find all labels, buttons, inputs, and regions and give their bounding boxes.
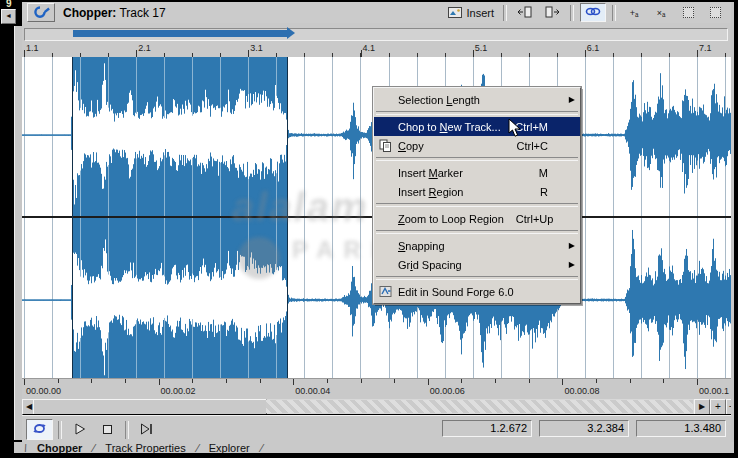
menu-separator [376,276,578,280]
submenu-arrow-icon: ▶ [569,260,575,269]
loop-bar-arrowhead-icon [287,27,295,39]
time-tick [562,379,563,385]
ruler-label: 2.1 [138,43,151,53]
ruler-major-tick [248,50,249,57]
scrollbar-thumb[interactable] [33,399,267,414]
menu-item-insert-marker[interactable]: Insert MarkerM [374,163,580,182]
link-arrow-to-selection-button[interactable] [580,3,606,22]
time-tick [24,379,25,385]
menu-item-shortcut: Ctrl+Up [504,213,572,225]
ruler-label: 3.1 [250,43,263,53]
menu-item-label: Chop to New Track... [398,121,501,133]
menu-item-selection-length[interactable]: Selection Length▶ [374,90,580,109]
menu-separator [376,203,578,207]
scrollbar-track-hatch[interactable] [266,400,693,413]
skip-to-end-button[interactable] [134,420,159,439]
toolbar-separator [570,5,574,21]
ruler-major-tick [361,50,362,57]
selection-preset-1-button[interactable] [676,4,700,21]
tab-chopper[interactable]: Chopper [37,442,82,453]
toolbar-separator [612,5,616,21]
time-ruler[interactable]: 00.00.0000.00.0200.00.0400.00.0600.00.08… [22,378,731,399]
zoom-in-time-button[interactable]: + [710,399,726,414]
menu-item-insert-region[interactable]: Insert RegionR [374,182,580,201]
menu-item-zoom-to-loop-region[interactable]: Zoom to Loop RegionCtrl+Up [374,209,580,228]
toolbar-separator [503,5,507,21]
ruler-major-tick [697,50,698,57]
ruler-major-tick [473,50,474,57]
menu-item-label: Edit in Sound Forge 6.0 [398,286,514,298]
double-selection-icon: ×ₐ [657,8,666,18]
play-button[interactable] [67,420,92,439]
ruler-major-tick [24,50,25,57]
loop-playback-button[interactable] [26,419,53,440]
ruler-label: 1.1 [26,43,39,53]
transport-bar: 1.2.6723.2.3841.3.480 [22,415,731,444]
time-tick [58,379,59,383]
time-tick [697,379,698,385]
loop-playback-icon [31,421,48,439]
tab-divider: / [90,442,97,453]
tab-divider: \ [22,442,29,453]
selection-start-value: 1.2.672 [442,420,532,437]
zoom-out-time-button[interactable]: − [726,399,731,414]
halve-selection-button[interactable]: +ₐ [622,4,646,21]
tab-track-properties[interactable]: Track Properties [105,442,185,453]
double-selection-button[interactable]: ×ₐ [649,4,673,21]
time-tick [394,379,395,383]
link-arrow-to-selection-icon [585,6,601,19]
submenu-arrow-icon: ▶ [569,241,575,250]
window-right-edge [731,2,734,452]
menu-item-grid-spacing[interactable]: Grid Spacing▶ [374,255,580,274]
skip-to-end-icon [140,421,153,439]
chopper-titlebar: Chopper: Track 17 Insert +ₐ×ₐ [22,2,731,24]
ruler-label: 5.1 [475,43,488,53]
time-tick [596,379,597,383]
menu-item-chop-to-new-track[interactable]: Chop to New Track...Ctrl+M [374,117,580,136]
shift-selection-left-button[interactable] [513,4,537,21]
menu-item-edit-in-sound-forge-6-0[interactable]: Edit in Sound Forge 6.0 [374,282,580,301]
loop-bar-track[interactable] [24,28,728,41]
menu-item-shortcut: R [528,186,566,198]
time-label: 00.00.02 [161,386,196,396]
shift-selection-right-button[interactable] [540,4,564,21]
ruler-label: 4.1 [363,43,376,53]
menu-item-label: Insert Region [398,186,463,198]
menu-item-label: Selection Length [398,94,480,106]
menu-item-snapping[interactable]: Snapping▶ [374,236,580,255]
measures-ruler[interactable]: 1.12.13.14.15.16.17.1 [22,42,731,58]
window-title-track: Track 17 [119,6,165,20]
halve-selection-icon: +ₐ [630,8,639,18]
loop-region-bar[interactable] [73,30,288,37]
chopper-context-menu: Selection Length▶Chop to New Track...Ctr… [373,87,581,304]
menu-item-label: Copy [398,140,424,152]
tab-explorer[interactable]: Explorer [209,442,250,453]
submenu-arrow-icon: ▶ [569,95,575,104]
sonic-foundry-swirl-icon [27,3,55,22]
toolbar-buttons: +ₐ×ₐ [513,3,727,22]
scroll-right-button[interactable]: ▶ [694,399,710,414]
sound-forge-icon [379,285,392,300]
time-label: 00.00.08 [564,386,599,396]
selection-status-boxes: 1.2.6723.2.3841.3.480 [442,420,726,437]
time-label: 00.00.1 [699,386,729,396]
dock-collapse-button[interactable]: ◄ [1,9,16,24]
menu-item-label: Insert Marker [398,167,463,179]
menu-separator [376,230,578,234]
time-tick [226,379,227,383]
picture-icon [448,7,462,18]
insert-selection-button[interactable]: Insert [445,4,497,21]
transport-separator [58,421,62,439]
play-icon [74,421,86,439]
loop-bar-strip [22,23,731,42]
time-label: 00.00.06 [430,386,465,396]
horizontal-scrollbar[interactable]: ◀ ▶ + − [22,399,731,414]
time-tick [495,379,496,383]
window-title-prefix: Chopper: [63,6,116,20]
chopper-toolbar: Insert +ₐ×ₐ [445,3,727,22]
menu-separator [376,157,578,161]
crop-bottom-border [0,453,738,458]
selection-preset-2-button[interactable] [703,4,727,21]
menu-item-copy[interactable]: CopyCtrl+C [374,136,580,155]
stop-button[interactable] [95,420,120,439]
